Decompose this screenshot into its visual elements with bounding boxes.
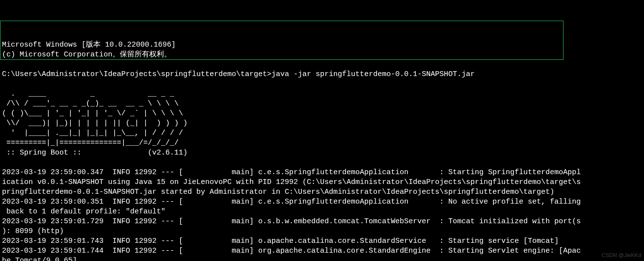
log-line: ication v0.0.1-SNAPSHOT using Java 15 on… <box>2 178 642 187</box>
log-line: 2023-03-19 23:59:00.351 INFO 12992 --- [… <box>2 197 642 207</box>
spring-banner-line: ( ( )\___ | '_ | '_| | '_ \/ _` | \ \ \ … <box>2 109 642 119</box>
spring-banner-line: =========|_|==============|___/=/_/_/_/ <box>2 138 642 148</box>
prompt-command: java -jar springflutterdemo-0.0.1-SNAPSH… <box>271 70 475 78</box>
blank-line <box>2 60 642 70</box>
spring-banner-line: :: Spring Boot :: (v2.6.11) <box>2 148 642 158</box>
log-line: ): 8099 (http) <box>2 227 642 236</box>
prompt-cwd: C:\Users\Administrator\IdeaProjects\spri… <box>2 70 271 78</box>
log-line: 2023-03-19 23:59:00.347 INFO 12992 --- [… <box>2 168 642 178</box>
os-copyright-line: (c) Microsoft Corporation。保留所有权利。 <box>2 50 642 60</box>
spring-banner-line: ' |____| .__|_| |_|_| |_\__, | / / / / <box>2 129 642 138</box>
log-line: 2023-03-19 23:59:01.744 INFO 12992 --- [… <box>2 246 642 256</box>
log-line: pringflutterdemo-0.0.1-SNAPSHOT.jar star… <box>2 187 642 197</box>
spring-banner-line: . ____ _ __ _ _ <box>2 89 642 99</box>
os-header-line: Microsoft Windows [版本 10.0.22000.1696] <box>2 40 642 50</box>
spring-banner-line: \\/ ___)| |_)| | | | | || (_| | ) ) ) ) <box>2 119 642 129</box>
spring-banner-line: /\\ / ___'_ __ _ _(_)_ __ __ _ \ \ \ \ <box>2 99 642 109</box>
log-line: 2023-03-19 23:59:01.729 INFO 12992 --- [… <box>2 217 642 227</box>
log-line: 2023-03-19 23:59:01.743 INFO 12992 --- [… <box>2 236 642 246</box>
log-line: back to 1 default profile: "default" <box>2 207 642 217</box>
watermark-text: CSDN @JieKKd <box>602 250 641 260</box>
prompt-line[interactable]: C:\Users\Administrator\IdeaProjects\spri… <box>2 70 642 79</box>
log-line: he Tomcat/9.0.65] <box>2 256 642 261</box>
blank-line <box>2 79 642 89</box>
blank-line <box>2 158 642 168</box>
